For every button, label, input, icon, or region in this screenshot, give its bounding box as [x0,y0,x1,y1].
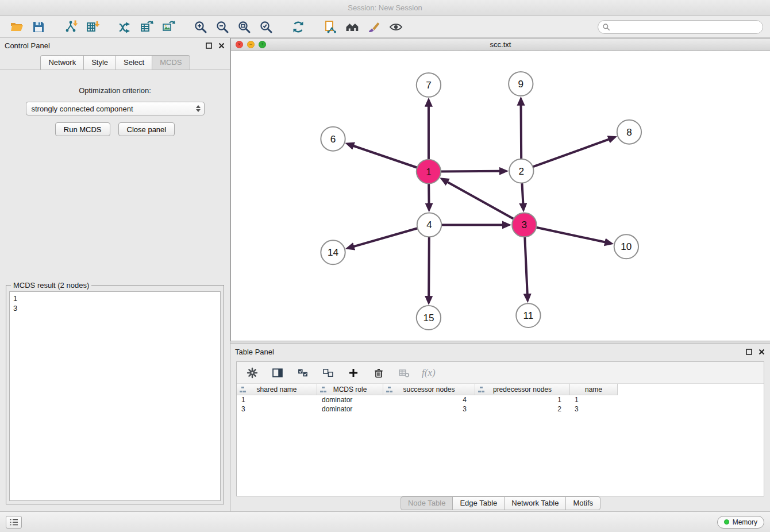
graph-node-9[interactable]: 9 [509,72,533,96]
import-network-button[interactable] [61,18,80,36]
window-titlebar: Session: New Session [0,0,770,16]
deselect-all-button[interactable] [321,365,336,380]
function-builder-button: f(x) [422,367,436,379]
table-cell[interactable]: dominator [317,395,383,404]
table-cell[interactable]: 3 [383,404,475,414]
select-all-button[interactable] [295,365,310,380]
tab-network-table[interactable]: Network Table [504,496,566,510]
close-panel-button[interactable]: Close panel [118,122,175,136]
float-panel-icon[interactable] [205,41,213,49]
network-graph[interactable]: 7968124314101511 [231,51,770,341]
graph-node-7[interactable]: 7 [417,73,441,97]
open-session-button[interactable] [7,18,26,36]
table-cell[interactable]: 1 [570,395,618,404]
column-header-successor-nodes[interactable]: successor nodes [383,384,475,395]
mcds-result-list[interactable]: 13 [9,291,221,501]
float-table-panel-icon[interactable] [745,348,753,356]
zoom-in-button[interactable] [191,18,210,36]
column-header-shared-name[interactable]: shared name [237,384,317,395]
close-panel-icon[interactable] [217,41,225,49]
tab-select[interactable]: Select [116,55,152,70]
gear-icon [247,367,258,379]
graph-node-2[interactable]: 2 [509,159,533,183]
table-cell[interactable]: 3 [237,404,317,414]
tab-mcds[interactable]: MCDS [152,55,190,70]
table-cell[interactable]: 3 [570,404,618,414]
criterion-select[interactable]: strongly connected component [26,102,205,115]
tab-node-table[interactable]: Node Table [401,496,453,510]
graph-edge-3-1[interactable] [447,182,513,219]
graph-edge-1-6[interactable] [353,146,417,168]
graph-edge-4-14[interactable] [353,228,417,246]
apply-layout-button[interactable] [288,18,308,36]
import-table-button[interactable] [83,18,102,36]
export-image-icon [161,20,175,34]
network-canvas[interactable]: 7968124314101511 [231,51,770,341]
select-all-icon [297,367,309,379]
save-session-button[interactable] [29,18,48,36]
zoom-fit-button[interactable] [234,18,254,36]
table-cell[interactable]: 2 [475,404,570,414]
graph-node-1[interactable]: 1 [417,160,441,184]
search-input[interactable] [598,20,763,34]
graph-edge-4-15[interactable] [429,237,429,296]
table-body[interactable]: 1dominator4113dominator323 [237,395,764,496]
graph-node-label: 15 [423,313,434,323]
table-row[interactable]: 1dominator411 [237,395,764,404]
column-header-label: MCDS role [333,385,367,394]
main-area: Control Panel NetworkStyleSelectMCDS Opt… [0,38,770,511]
list-icon [9,518,18,526]
column-header-mcds-role[interactable]: MCDS role [317,384,383,395]
show-details-button[interactable] [386,18,406,36]
add-column-button[interactable] [346,365,361,380]
graph-node-6[interactable]: 6 [321,127,345,151]
tab-network[interactable]: Network [40,55,84,70]
zoom-selected-button[interactable] [256,18,276,36]
export-table-button[interactable] [137,18,156,36]
graph-edge-3-10[interactable] [536,228,605,242]
delete-column-button[interactable] [371,365,386,380]
graph-node-11[interactable]: 11 [516,303,540,327]
column-header-predecessor-nodes[interactable]: predecessor nodes [475,384,570,395]
table-settings-button[interactable] [245,365,260,380]
table-panel: Table Panel [230,344,770,511]
graph-node-14[interactable]: 14 [321,240,345,264]
graph-edge-2-3[interactable] [522,183,523,204]
graph-node-4[interactable]: 4 [417,213,441,237]
graph-edge-3-11[interactable] [525,237,527,294]
column-header-label: shared name [256,385,297,394]
new-network-button[interactable] [115,18,134,36]
export-image-button[interactable] [159,18,178,36]
table-cell[interactable]: 1 [475,395,570,404]
graph-edge-1-2[interactable] [441,171,500,172]
column-header-name[interactable]: name [570,384,618,395]
memory-button[interactable]: Memory [717,516,764,529]
table-panel-header: Table Panel [230,344,770,359]
graph-node-3[interactable]: 3 [512,213,536,237]
minimize-window-icon[interactable]: − [247,41,255,48]
network-home-button[interactable] [342,18,362,36]
close-table-panel-icon[interactable] [757,348,765,356]
maximize-window-icon[interactable]: + [259,41,266,48]
graph-edge-2-8[interactable] [533,139,609,167]
tab-motifs[interactable]: Motifs [565,496,600,510]
run-mcds-button[interactable]: Run MCDS [55,122,110,136]
style-button[interactable] [364,18,384,36]
table-cell[interactable]: dominator [317,404,383,414]
table-row[interactable]: 3dominator323 [237,404,764,414]
show-columns-button[interactable] [270,365,285,380]
table-cell[interactable]: 1 [237,395,317,404]
export-network-button[interactable] [321,18,340,36]
network-tools-group [115,18,178,36]
show-panels-button[interactable] [6,516,22,529]
tab-style[interactable]: Style [83,55,116,70]
close-window-icon[interactable]: × [236,41,243,48]
zoom-fit-icon [237,20,251,34]
tab-edge-table[interactable]: Edge Table [452,496,505,510]
graph-edge-2-9[interactable] [521,105,522,159]
graph-node-8[interactable]: 8 [617,120,641,144]
table-cell[interactable]: 4 [383,395,475,404]
graph-node-10[interactable]: 10 [614,234,638,259]
zoom-out-button[interactable] [213,18,232,36]
graph-node-15[interactable]: 15 [417,306,441,330]
